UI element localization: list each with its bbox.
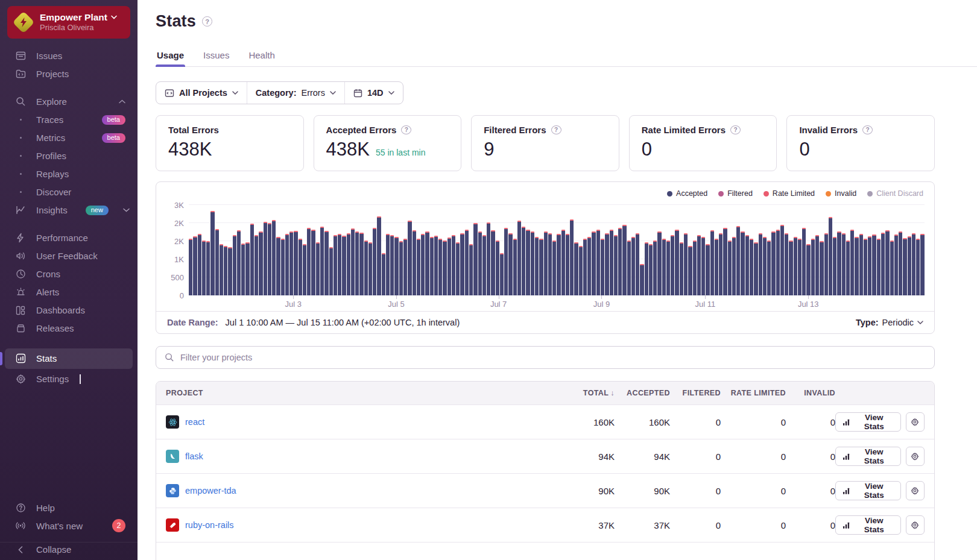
sidebar-item-crons[interactable]: Crons bbox=[0, 265, 138, 283]
view-stats-button[interactable]: View Stats bbox=[835, 515, 901, 535]
sidebar-item-metrics[interactable]: Metrics beta bbox=[0, 129, 138, 147]
sidebar-item-help[interactable]: Help bbox=[0, 499, 138, 517]
chart-bar bbox=[820, 241, 823, 295]
sidebar-item-label: Settings bbox=[36, 374, 69, 384]
sidebar-item-settings[interactable]: Settings bbox=[0, 370, 138, 388]
chart-type-value: Periodic bbox=[882, 318, 914, 327]
sidebar-item-label: Alerts bbox=[36, 287, 59, 297]
chart-bar bbox=[456, 242, 460, 295]
project-settings-button[interactable] bbox=[906, 412, 925, 432]
sidebar-item-issues[interactable]: Issues bbox=[0, 47, 138, 65]
chart-bar bbox=[460, 233, 464, 295]
sidebar-item-discover[interactable]: Discover bbox=[0, 183, 138, 201]
chart-bar bbox=[868, 236, 871, 295]
column-total-sortable[interactable]: TOTAL↓ bbox=[559, 389, 615, 397]
card-help-icon[interactable]: ? bbox=[730, 125, 741, 134]
sidebar-item-explore[interactable]: Explore bbox=[0, 93, 138, 111]
chart-bar bbox=[715, 239, 718, 295]
sidebar-item-insights[interactable]: Insights new bbox=[0, 201, 138, 219]
sidebar-item-label: Insights bbox=[36, 205, 68, 215]
sidebar-item-dashboards[interactable]: Dashboards bbox=[0, 301, 138, 319]
project-settings-button[interactable] bbox=[906, 447, 925, 466]
cell-total: 37K bbox=[559, 520, 615, 530]
sidebar-item-replays[interactable]: Replays bbox=[0, 165, 138, 183]
chart-bar bbox=[806, 244, 810, 295]
org-switcher[interactable]: Empower Plant Priscila Oliveira bbox=[7, 6, 130, 39]
project-link[interactable]: flask bbox=[185, 451, 203, 461]
org-logo-icon bbox=[13, 12, 34, 33]
card-help-icon[interactable]: ? bbox=[551, 125, 561, 134]
legend-dot bbox=[718, 191, 724, 197]
sidebar-item-traces[interactable]: Traces beta bbox=[0, 111, 138, 129]
legend-item-client-discard[interactable]: Client Discard bbox=[867, 189, 923, 198]
project-filter-dropdown[interactable]: All Projects bbox=[156, 82, 247, 104]
tab-usage[interactable]: Usage bbox=[156, 46, 185, 66]
view-stats-button[interactable]: View Stats bbox=[835, 481, 901, 500]
filter-bar: All Projects Category: Errors 14D bbox=[156, 81, 403, 104]
sidebar-item-releases[interactable]: Releases bbox=[0, 319, 138, 338]
sidebar-item-performance[interactable]: Performance bbox=[0, 229, 138, 247]
card-help-icon[interactable]: ? bbox=[401, 125, 411, 134]
y-axis-tick-label: 3K bbox=[160, 201, 184, 210]
project-link[interactable]: ruby-on-rails bbox=[185, 520, 234, 530]
project-settings-button[interactable] bbox=[906, 481, 925, 500]
chart-bar bbox=[579, 246, 583, 295]
chart-bar bbox=[250, 224, 254, 295]
card-title: Accepted Errors bbox=[326, 125, 397, 135]
sidebar-item-alerts[interactable]: Alerts bbox=[0, 283, 138, 301]
chart-bar bbox=[859, 234, 863, 295]
legend-item-filtered[interactable]: Filtered bbox=[718, 189, 753, 198]
usage-bar-chart[interactable]: 05001K2K2K3K bbox=[189, 205, 925, 295]
cell-rate-limited: 0 bbox=[721, 417, 786, 427]
legend-item-accepted[interactable]: Accepted bbox=[667, 189, 707, 198]
project-filter-value: All Projects bbox=[179, 88, 227, 98]
legend-item-invalid[interactable]: Invalid bbox=[826, 189, 856, 198]
date-period-dropdown[interactable]: 14D bbox=[344, 82, 403, 104]
page-help-icon[interactable]: ? bbox=[202, 16, 212, 27]
x-axis-tick-label: Jul 3 bbox=[285, 300, 302, 309]
bullet-icon bbox=[14, 137, 27, 139]
chart-bar bbox=[842, 233, 846, 295]
date-range-value: Jul 1 10:00 AM — Jul 15 11:00 AM (+02:00… bbox=[226, 318, 460, 327]
chart-bar bbox=[517, 221, 521, 295]
chart-bar bbox=[522, 227, 525, 295]
cell-accepted: 160K bbox=[615, 417, 670, 427]
cell-invalid: 0 bbox=[786, 520, 835, 530]
cell-rate-limited: 0 bbox=[721, 520, 786, 530]
sidebar-item-label: Projects bbox=[36, 69, 69, 79]
chart-bar bbox=[552, 241, 556, 295]
category-filter-dropdown[interactable]: Category: Errors bbox=[247, 82, 344, 104]
sidebar-item-profiles[interactable]: Profiles bbox=[0, 147, 138, 165]
project-settings-button[interactable] bbox=[906, 515, 925, 535]
tab-health[interactable]: Health bbox=[247, 46, 276, 66]
sidebar-item-label: What's new bbox=[36, 521, 83, 531]
chart-bar bbox=[899, 231, 902, 295]
project-search-input[interactable] bbox=[180, 353, 926, 362]
sidebar-item-whats-new[interactable]: What's new 2 bbox=[0, 517, 138, 535]
tab-issues[interactable]: Issues bbox=[202, 46, 230, 66]
score-cards: Total Errors 438K Accepted Errors? 438K5… bbox=[156, 115, 935, 171]
view-stats-button[interactable]: View Stats bbox=[835, 412, 901, 432]
chart-bar bbox=[837, 231, 841, 295]
chart-type-dropdown[interactable]: Type: Periodic bbox=[856, 318, 923, 327]
y-axis-tick-label: 500 bbox=[160, 273, 184, 282]
chart-bar bbox=[675, 230, 678, 295]
project-link[interactable]: react bbox=[185, 417, 204, 427]
chart-bar bbox=[351, 228, 355, 295]
sidebar-item-projects[interactable]: Projects bbox=[0, 65, 138, 83]
sidebar-item-user-feedback[interactable]: User Feedback bbox=[0, 247, 138, 265]
category-filter-value: Errors bbox=[301, 88, 324, 98]
sidebar-item-stats[interactable]: Stats bbox=[5, 348, 133, 369]
legend-item-rate-limited[interactable]: Rate Limited bbox=[764, 189, 815, 198]
project-link[interactable]: empower-tda bbox=[185, 486, 236, 496]
card-help-icon[interactable]: ? bbox=[862, 125, 873, 134]
chart-legend: AcceptedFilteredRate LimitedInvalidClien… bbox=[156, 182, 934, 199]
bar-chart-icon bbox=[14, 353, 27, 363]
chart-bar bbox=[741, 231, 744, 295]
chart-bar bbox=[377, 216, 381, 295]
sidebar-collapse-button[interactable]: Collapse bbox=[0, 542, 138, 560]
chart-bar bbox=[224, 246, 227, 295]
view-stats-button[interactable]: View Stats bbox=[835, 447, 901, 466]
dashboard-icon bbox=[14, 306, 27, 315]
chart-bar bbox=[846, 241, 850, 295]
